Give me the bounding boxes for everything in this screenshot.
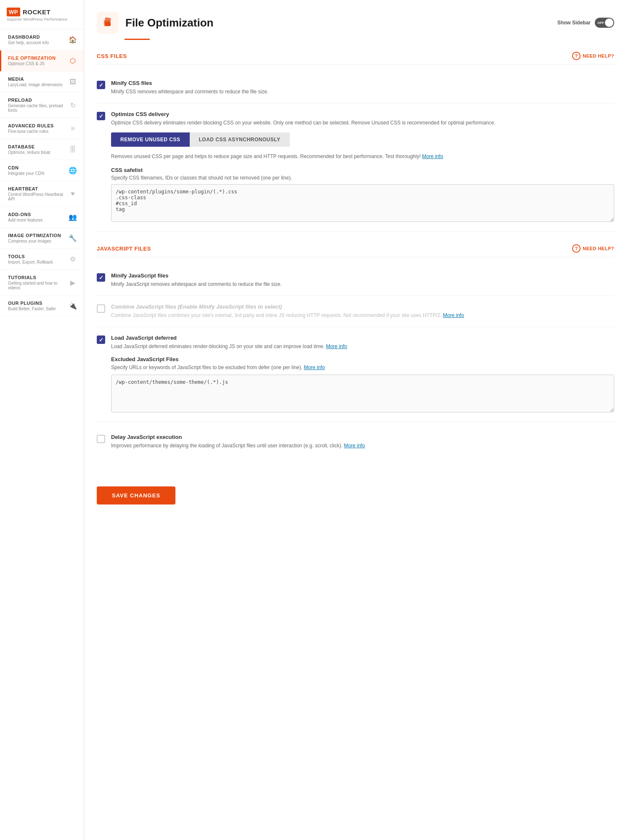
logo-wp: WP [7,8,20,16]
sidebar: WP ROCKET Superior WordPress Performance… [0,0,84,840]
sidebar-icon-cdn: 🌐 [69,166,77,174]
toggle-switch[interactable]: OFF [595,18,614,28]
combine-js-checkbox[interactable] [97,304,105,313]
minify-css-label: Minify CSS files [111,80,614,86]
excluded-js-textarea[interactable]: /wp-content/themes/some-theme/(.*).js [111,375,614,412]
save-area: SAVE CHANGES [84,474,631,521]
sidebar-item-add-ons[interactable]: ADD-ONSAdd more features👥 [0,207,84,228]
sidebar-item-database[interactable]: DATABASEOptimize, reduce bloat🗄 [0,139,84,160]
sidebar-item-media[interactable]: MEDIALazyLoad, image dimensions🖼 [0,71,84,92]
page-title-area: File Optimization [97,12,213,34]
sidebar-title-file-optimization: FILE OPTIMIZATION [8,55,56,61]
need-help-icon: ? [572,52,581,60]
excluded-js-more-info[interactable]: More info [304,365,325,370]
combine-js-label: Combine JavaScript files (Enable Minify … [111,304,614,310]
sidebar-item-tutorials[interactable]: TUTORIALSGetting started and how to vide… [0,270,84,296]
load-deferred-checkbox[interactable] [97,335,105,344]
sidebar-subtitle-database: Optimize, reduce bloat [8,150,50,155]
optimize-css-option: Optimize CSS delivery Optimize CSS deliv… [97,103,614,232]
excluded-js-label: Excluded JavaScript Files [111,356,614,362]
optimize-css-desc: Optimize CSS delivery eliminates render-… [111,119,614,127]
css-more-info-link[interactable]: More info [422,153,443,159]
combine-js-desc: Combine JavaScript files combines your s… [111,312,614,319]
delay-js-more-info[interactable]: More info [344,443,365,449]
sidebar-subtitle-file-optimization: Optimize CSS & JS [8,61,56,66]
sidebar-subtitle-preload: Generate cache files, preload fonts [8,103,69,113]
minify-css-option: Minify CSS files Minify CSS removes whit… [97,72,614,103]
sidebar-icon-media: 🖼 [69,78,77,86]
sidebar-item-our-plugins[interactable]: OUR PLUGINSBuild Better, Faster, Safer🔌 [0,296,84,317]
minify-js-checkbox[interactable] [97,273,105,282]
sidebar-item-preload[interactable]: PRELOADGenerate cache files, preload fon… [0,92,84,118]
sidebar-subtitle-image-optimization: Compress your images [8,239,61,243]
load-deferred-option: Load JavaScript deferred Load JavaScript… [97,327,614,422]
sidebar-title-our-plugins: OUR PLUGINS [8,301,56,306]
main-content: File Optimization Show Sidebar OFF CSS F… [84,0,631,840]
sidebar-title-tools: TOOLS [8,254,53,259]
sidebar-icon-heartbeat: ♥ [69,190,77,198]
content-area: CSS Files ? NEED HELP? Minify CSS files … [84,52,631,474]
minify-js-option: Minify JavaScript files Minify JavaScrip… [97,265,614,296]
sidebar-icon-dashboard: 🏠 [69,36,77,44]
sidebar-item-cdn[interactable]: CDNIntegrate your CDN🌐 [0,160,84,181]
safelist-textarea[interactable]: /wp-content/plugins/some-plugin/(.*).css… [111,184,614,222]
remove-unused-css-button[interactable]: REMOVE UNUSED CSS [111,132,190,147]
load-deferred-more-info[interactable]: More info [326,343,347,349]
load-deferred-desc: Load JavaScript deferred eliminates rend… [111,343,614,350]
sidebar-title-image-optimization: IMAGE OPTIMIZATION [8,233,61,238]
sidebar-icon-tools: ⚙ [69,255,77,263]
sidebar-icon-image-optimization: 🔧 [69,234,77,242]
sidebar-item-image-optimization[interactable]: IMAGE OPTIMIZATIONCompress your images🔧 [0,228,84,249]
sidebar-title-add-ons: ADD-ONS [8,212,42,217]
delay-js-checkbox[interactable] [97,435,105,443]
sidebar-title-cdn: CDN [8,165,44,170]
page-title: File Optimization [125,16,213,29]
optimize-css-label: Optimize CSS delivery [111,111,614,117]
sidebar-subtitle-advanced-rules: Fine-tune cache rules [8,129,54,134]
sidebar-item-advanced-rules[interactable]: ADVANCED RULESFine-tune cache rules≡ [0,118,84,139]
logo-area: WP ROCKET Superior WordPress Performance [0,0,84,29]
sidebar-item-file-optimization[interactable]: FILE OPTIMIZATIONOptimize CSS & JS⬡ [0,50,84,71]
minify-css-checkbox[interactable] [97,81,105,89]
minify-js-desc: Minify JavaScript removes whitespace and… [111,280,614,288]
sidebar-toggle[interactable]: Show Sidebar OFF [557,18,614,28]
logo-rocket: ROCKET [23,8,50,16]
css-section-header: CSS Files ? NEED HELP? [97,52,614,65]
optimize-css-checkbox[interactable] [97,112,105,120]
load-css-async-button[interactable]: LOAD CSS ASYNCHRONOUSLY [190,132,290,147]
sidebar-icon-tutorials: ▶ [69,279,77,287]
js-section-header: JavaScript Files ? NEED HELP? [97,244,614,257]
sidebar-subtitle-tools: Import, Export, Rollback [8,260,53,264]
delay-js-option: Delay JavaScript execution Improves perf… [97,426,614,457]
header-underline [125,39,150,40]
sidebar-title-database: DATABASE [8,144,50,149]
load-deferred-label: Load JavaScript deferred [111,335,614,341]
js-need-help-button[interactable]: ? NEED HELP? [572,244,614,253]
sidebar-item-heartbeat[interactable]: HEARTBEATControl WordPress Heartbeat API… [0,181,84,207]
sidebar-title-media: MEDIA [8,77,63,82]
sidebar-subtitle-add-ons: Add more features [8,218,42,222]
minify-js-label: Minify JavaScript files [111,272,614,279]
sidebar-subtitle-our-plugins: Build Better, Faster, Safer [8,306,56,311]
js-section-title: JavaScript Files [97,246,151,252]
sidebar-subtitle-heartbeat: Control WordPress Heartbeat API [8,192,69,201]
sidebar-subtitle-dashboard: Get help, account info [8,40,49,45]
combine-js-more-info[interactable]: More info [443,312,464,318]
sidebar-item-dashboard[interactable]: DASHBOARDGet help, account info🏠 [0,29,84,50]
js-need-help-icon: ? [572,244,581,253]
sidebar-title-dashboard: DASHBOARD [8,34,49,40]
page-icon [97,12,119,34]
sidebar-icon-advanced-rules: ≡ [69,125,77,132]
css-section-title: CSS Files [97,53,127,59]
sidebar-subtitle-tutorials: Getting started and how to videos [8,281,69,290]
sidebar-item-tools[interactable]: TOOLSImport, Export, Rollback⚙ [0,249,84,270]
excluded-js-desc: Specify URLs or keywords of JavaScript f… [111,364,614,371]
css-button-group: REMOVE UNUSED CSS LOAD CSS ASYNCHRONOUSL… [111,132,614,147]
delay-js-label: Delay JavaScript execution [111,434,614,440]
svg-rect-2 [105,22,111,26]
save-button[interactable]: SAVE CHANGES [97,486,175,505]
sidebar-icon-add-ons: 👥 [69,213,77,221]
css-need-help-button[interactable]: ? NEED HELP? [572,52,614,60]
sidebar-title-preload: PRELOAD [8,98,69,103]
sidebar-toggle-label: Show Sidebar [557,20,591,26]
